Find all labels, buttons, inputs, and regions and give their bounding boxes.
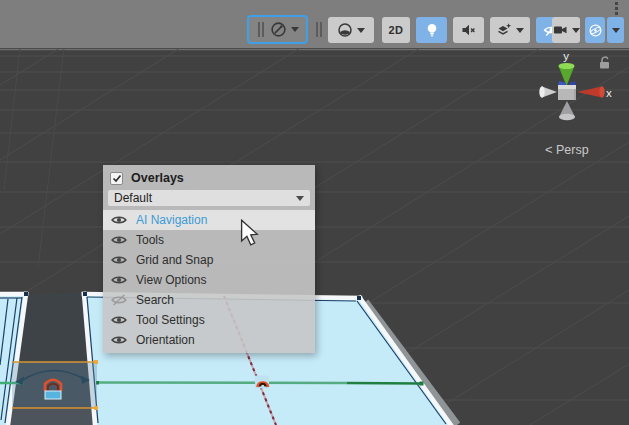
eye-icon[interactable] (111, 234, 127, 246)
overlays-menu: Overlays Default AI Navigation Tools Gri… (103, 165, 315, 353)
camera-settings-button[interactable] (552, 17, 580, 43)
chevron-down-icon (612, 28, 620, 33)
lightbulb-icon (424, 22, 440, 38)
effects-menu-button[interactable] (490, 17, 530, 43)
chevron-down-icon (291, 27, 299, 32)
overlay-menu-item-view-options[interactable]: View Options (103, 270, 315, 290)
overlay-menu-item-tools[interactable]: Tools (103, 230, 315, 250)
audio-mute-button[interactable] (453, 17, 484, 43)
overlay-menu-item-grid-and-snap[interactable]: Grid and Snap (103, 250, 315, 270)
scene-toolbar: 2D (0, 0, 629, 48)
gizmo-center-cube[interactable] (558, 85, 576, 100)
compass-pen-icon (270, 21, 287, 38)
gizmo-x-axis-label[interactable]: x (606, 87, 612, 99)
eye-icon[interactable] (111, 314, 127, 326)
preset-dropdown-value: Default (114, 191, 152, 205)
overlay-menu-item-orientation[interactable]: Orientation (103, 330, 315, 350)
eye-icon[interactable] (111, 214, 127, 226)
drag-handle-icon[interactable] (258, 22, 264, 37)
chevron-down-icon (516, 28, 524, 33)
road-gap-lower (9, 409, 95, 425)
overlays-menu-title: Overlays (131, 171, 184, 185)
eye-icon[interactable] (111, 274, 127, 286)
mouse-cursor (240, 219, 259, 246)
layers-star-icon (496, 22, 512, 38)
orbit-globe-icon (588, 23, 603, 38)
scene-lighting-button[interactable] (416, 17, 447, 43)
shaded-sphere-icon (337, 22, 353, 38)
2d-view-button[interactable]: 2D (382, 17, 410, 43)
2d-label: 2D (388, 24, 403, 36)
drag-handle-icon[interactable] (316, 22, 322, 37)
overlay-menu-item-ai-navigation[interactable]: AI Navigation (103, 210, 315, 230)
overlays-menu-dropdown-button[interactable] (607, 17, 624, 43)
overlay-menu-item-search[interactable]: Search (103, 290, 315, 310)
eye-icon[interactable] (111, 334, 127, 346)
persp-label: Persp (556, 143, 589, 157)
navmesh-link-region (12, 360, 98, 410)
overflow-menu-icon[interactable] (615, 2, 618, 15)
camera-icon (553, 23, 568, 37)
gizmo-y-axis-label[interactable]: y (563, 50, 569, 62)
eye-icon[interactable] (111, 254, 127, 266)
projection-toggle[interactable]: < Persp (545, 142, 589, 157)
draw-mode-button[interactable] (328, 17, 374, 43)
overlay-menu-item-tool-settings[interactable]: Tool Settings (103, 310, 315, 330)
checkmark-icon (112, 174, 122, 183)
tools-overlay-group[interactable] (247, 15, 308, 44)
chevron-down-icon (296, 196, 304, 201)
unity-scene-view: y (0, 0, 629, 425)
chevron-down-icon (572, 28, 580, 33)
overlays-globe-button[interactable] (585, 17, 605, 43)
persp-chevron-icon: < (545, 142, 553, 157)
offmesh-link-endpoint-icon (255, 376, 269, 389)
speaker-muted-icon (460, 22, 477, 38)
overlays-preset-dropdown[interactable]: Default (108, 190, 310, 206)
overlays-checkbox[interactable] (110, 172, 123, 185)
overlays-menu-header: Overlays (103, 165, 315, 190)
chevron-down-icon (357, 28, 365, 33)
eye-off-icon[interactable] (111, 294, 127, 306)
